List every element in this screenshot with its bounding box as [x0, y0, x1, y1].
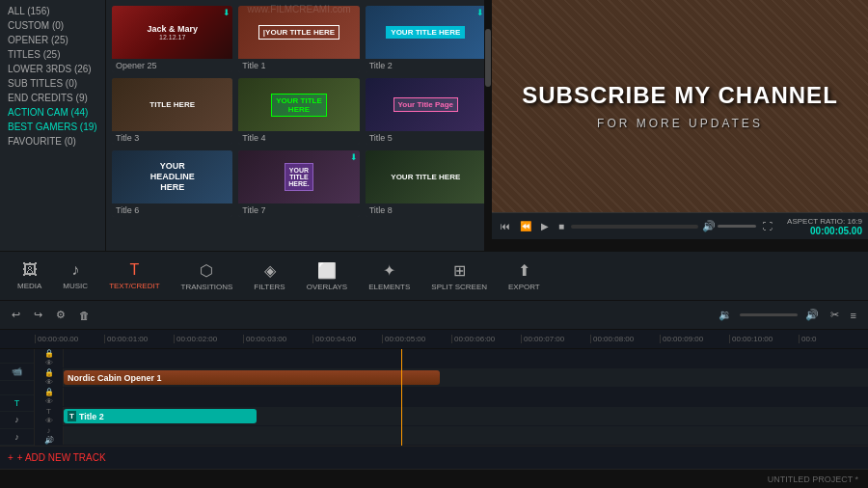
grid-item-title2[interactable]: YOUR TITLE HERE ⬇ Title 2: [366, 6, 486, 72]
video-eye-btn[interactable]: 👁: [45, 378, 53, 387]
tool-elements[interactable]: ✦ ELEMENTS: [359, 258, 420, 295]
play-button[interactable]: ▶: [538, 219, 552, 233]
text-eye-btn[interactable]: 👁: [45, 417, 53, 425]
volume-slider[interactable]: [718, 225, 756, 228]
grid-label-title2: Title 2: [366, 59, 486, 72]
ruler-3: 00:00:03:00: [243, 335, 312, 343]
volume-icon[interactable]: 🔊: [702, 220, 716, 232]
tool-media[interactable]: 🖼 MEDIA: [8, 258, 51, 294]
export-icon: ⬆: [518, 261, 530, 280]
category-panel: ALL (156) CUSTOM (0) OPENER (25) TITLES …: [0, 0, 106, 251]
ruler-2: 00:00:02:00: [174, 335, 243, 343]
scroll-bar[interactable]: [484, 0, 492, 251]
t1-text: |YOUR TITLE HERE: [258, 25, 339, 40]
project-name: UNTITLED PROJECT *: [768, 474, 858, 484]
grid-label-title7: Title 7: [238, 203, 359, 217]
zoom-slider[interactable]: [740, 313, 798, 316]
category-subtitles[interactable]: SUB TITLES (0): [0, 76, 105, 91]
category-lower3rds[interactable]: LOWER 3RDS (26): [0, 62, 105, 76]
tool-splitscreen[interactable]: ⊞ SPLIT SCREEN: [421, 258, 497, 295]
zoom-out-button[interactable]: 🔉: [715, 307, 736, 323]
preview-progress-bar[interactable]: [571, 225, 698, 229]
tool-textcredit[interactable]: T TEXT/CREDIT: [99, 258, 169, 294]
track-eye-btn[interactable]: 👁: [45, 359, 53, 367]
grid-item-title8[interactable]: YOUR TITLE HERE Title 8: [366, 150, 486, 217]
track-label-video: 📹: [0, 364, 34, 380]
prev-frame-button[interactable]: ⏮: [498, 219, 513, 233]
track-label-text: T: [0, 395, 34, 412]
ruler-7: 00:00:07:00: [521, 335, 590, 343]
category-custom[interactable]: CUSTOM (0): [0, 18, 105, 33]
grid-item-title5[interactable]: Your Title Page Title 5: [366, 78, 486, 145]
clip-text[interactable]: T Title 2: [64, 409, 257, 423]
clip-text-label: Title 2: [79, 412, 104, 421]
zoom-in-button[interactable]: 🔊: [801, 307, 823, 323]
category-titles[interactable]: TITLES (25): [0, 47, 105, 62]
grid-item-title7[interactable]: YOURTITLEHERE. ⬇ Title 7: [238, 150, 359, 217]
t3-text: TITLE HERE: [149, 100, 195, 109]
category-actioncam[interactable]: ACTION CAM (44): [0, 105, 105, 120]
media-grid: www.FILMCREAMI.com Jack & Mary 12.12.17 …: [106, 0, 492, 251]
elements-icon: ✦: [383, 261, 395, 280]
tool-overlays[interactable]: ⬜ OVERLAYS: [297, 258, 358, 295]
grid-label-title4: Title 4: [238, 131, 359, 145]
add-track-bar[interactable]: + + ADD NEW TRACK: [0, 446, 868, 469]
track-content-middle: [64, 388, 868, 406]
download-badge-opener: ⬇: [223, 8, 231, 17]
tl-split-button[interactable]: ✂: [827, 307, 843, 323]
video-lock-btn[interactable]: 🔒: [44, 368, 54, 377]
grid-row-3: YOURHEADLINEHere Title 6 YOURTITLEHERE. …: [112, 150, 486, 217]
fullscreen-button[interactable]: ⛶: [760, 219, 775, 233]
text-lock-btn[interactable]: T: [46, 407, 51, 416]
track-labels: 📹 T ♪ ♪: [0, 349, 35, 446]
zoom-control: 🔉 🔊 ✂ ≡: [715, 307, 860, 323]
preview-content: SUBSCRIBE MY CHANNEL FOR MORE UPDATES: [492, 0, 868, 212]
tool-export[interactable]: ⬆ EXPORT: [499, 258, 550, 295]
track-empty-middle: 🔒 👁: [35, 388, 868, 407]
category-favourite[interactable]: FAVOURITE (0): [0, 134, 105, 149]
textcredit-icon: T: [129, 261, 139, 279]
tl-delete-button[interactable]: 🗑: [75, 308, 94, 323]
t7-text: YOURTITLEHERE.: [285, 163, 312, 191]
tool-filters[interactable]: ◈ FILTERS: [244, 258, 294, 295]
undo-button[interactable]: ↩: [8, 307, 24, 323]
category-all[interactable]: ALL (156): [0, 4, 105, 18]
track-label-audio1: ♪: [0, 412, 34, 428]
tool-transitions[interactable]: ⬡ TRANSITIONS: [172, 258, 243, 295]
category-bestgamers[interactable]: BEST GAMERS (19): [0, 120, 105, 134]
grid-item-title6[interactable]: YOURHEADLINEHere Title 6: [112, 150, 232, 217]
ruler-8: 00:00:08:00: [590, 335, 660, 343]
tl-options-button[interactable]: ≡: [847, 308, 860, 323]
track-container: 📹 T ♪ ♪ 🔒 👁 🔒 👁: [0, 349, 868, 446]
tl-settings-button[interactable]: ⚙: [52, 307, 69, 323]
audio1-mute-btn[interactable]: ♪: [47, 426, 51, 435]
stop-button[interactable]: ■: [556, 219, 567, 233]
redo-button[interactable]: ↪: [30, 307, 46, 323]
track-content-audio1: [64, 426, 868, 445]
scroll-thumb: [485, 29, 491, 87]
clip-video[interactable]: Nordic Cabin Opener 1: [64, 370, 440, 385]
aspect-ratio-label: ASPECT RATIO: 16:9: [787, 217, 862, 226]
category-opener[interactable]: OPENER (25): [0, 33, 105, 47]
audio1-vol-btn[interactable]: 🔊: [44, 436, 54, 445]
preview-background: SUBSCRIBE MY CHANNEL FOR MORE UPDATES: [492, 0, 868, 212]
track-lock-btn[interactable]: 🔒: [44, 349, 54, 358]
splitscreen-icon: ⊞: [453, 261, 466, 280]
grid-item-title3[interactable]: TITLE HERE Title 3: [112, 78, 232, 145]
opener-date: 12.12.17: [159, 34, 185, 41]
grid-item-opener25[interactable]: Jack & Mary 12.12.17 ⬇ Opener 25: [112, 6, 232, 72]
grid-label-title3: Title 3: [112, 131, 232, 145]
track-video: 🔒 👁 Nordic Cabin Opener 1: [35, 368, 868, 388]
step-back-button[interactable]: ⏪: [517, 219, 534, 233]
preview-panel: SUBSCRIBE MY CHANNEL FOR MORE UPDATES ⏮ …: [492, 0, 868, 251]
category-endcredits[interactable]: END CREDITS (9): [0, 91, 105, 105]
grid-item-title1[interactable]: |YOUR TITLE HERE Title 1: [238, 6, 359, 72]
transitions-icon: ⬡: [200, 261, 213, 280]
grid-item-title4[interactable]: YOUR TITLEHERE Title 4: [238, 78, 359, 145]
middle-eye-btn[interactable]: 👁: [45, 397, 53, 406]
middle-lock-btn[interactable]: 🔒: [44, 388, 54, 396]
track-label-audio2: ♪: [0, 429, 34, 446]
tool-music[interactable]: ♪ MUSIC: [53, 258, 97, 294]
track-side-middle: 🔒 👁: [35, 388, 64, 406]
track-side-empty: 🔒 👁: [35, 349, 64, 367]
